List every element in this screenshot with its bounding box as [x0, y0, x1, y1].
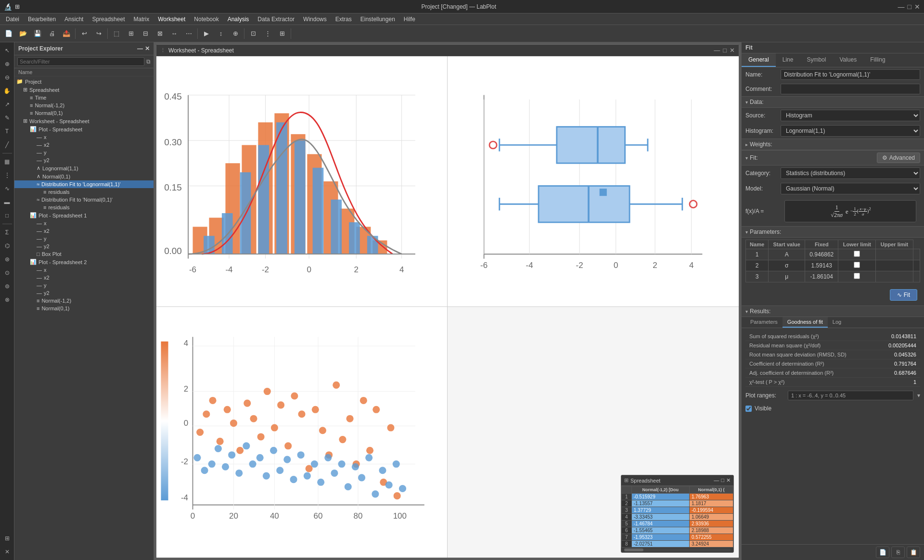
worksheet-close-icon[interactable]: ✕ — [730, 47, 735, 54]
print-btn[interactable]: 🖨 — [45, 27, 59, 40]
menu-worksheet[interactable]: Worksheet — [154, 15, 189, 24]
tree-item[interactable]: ≡residuals — [14, 188, 154, 196]
menu-ansicht[interactable]: Ansicht — [61, 15, 87, 24]
spreadsheet-cell-col1[interactable]: -1.95323 — [631, 534, 689, 541]
params-cell-upper[interactable] — [913, 271, 920, 282]
tool3-btn[interactable]: ⊟ — [139, 27, 152, 40]
cursor-btn[interactable]: ▶ — [200, 27, 213, 40]
view2-btn[interactable]: ⋮ — [261, 27, 274, 40]
paste-btn[interactable]: 📋 — [907, 547, 920, 558]
new-btn[interactable]: 📄 — [2, 27, 15, 40]
params-cell-lower[interactable] — [876, 260, 913, 271]
params-cell-name[interactable]: A — [769, 249, 805, 260]
icon-hand[interactable]: ✋ — [1, 85, 13, 97]
tab-general[interactable]: General — [742, 53, 776, 67]
tree-item[interactable]: —y — [14, 235, 154, 242]
menu-data-extractor[interactable]: Data Extractor — [254, 15, 298, 24]
icon-cursor[interactable]: ↗ — [1, 98, 13, 111]
open-btn[interactable]: 📂 — [16, 27, 30, 40]
icon-zoom-in[interactable]: ⊕ — [1, 58, 13, 70]
model-select[interactable]: Gaussian (Normal) — [781, 183, 920, 194]
source-select[interactable]: Histogram — [781, 110, 920, 121]
fit-button[interactable]: ∿ Fit — [890, 289, 917, 301]
params-fixed-checkbox[interactable] — [854, 251, 860, 257]
spreadsheet-cell-col1[interactable]: -2.02751 — [631, 541, 689, 547]
icon-fit[interactable]: ∿ — [1, 182, 13, 195]
menu-hilfe[interactable]: Hilfe — [400, 15, 419, 24]
tree-item[interactable]: ∧Normal(0,1) — [14, 172, 154, 180]
plot-ranges-dropdown-icon[interactable]: ▾ — [917, 392, 920, 399]
view3-btn[interactable]: ⊞ — [275, 27, 289, 40]
visible-checkbox[interactable] — [745, 406, 752, 412]
worksheet-controls[interactable]: — □ ✕ — [714, 47, 735, 54]
params-fixed-checkbox[interactable] — [854, 262, 860, 268]
icon-bottom1[interactable]: ⊞ — [1, 532, 13, 545]
spreadsheet-cell-col2[interactable]: 0.572255 — [689, 534, 733, 541]
maximize-btn[interactable]: □ — [908, 3, 911, 11]
params-cell-fixed[interactable] — [838, 271, 876, 282]
sub-tab-goodness-of-fit[interactable]: Goodness of fit — [783, 317, 828, 328]
params-cell-start[interactable]: -1.86104 — [805, 271, 838, 282]
params-cell-name[interactable]: μ — [769, 271, 805, 282]
tree-item[interactable]: □Box Plot — [14, 250, 154, 258]
params-cell-fixed[interactable] — [838, 260, 876, 271]
tree-item[interactable]: 📁Project — [14, 77, 154, 86]
category-select[interactable]: Statistics (distributions) — [781, 167, 920, 179]
tree-item[interactable]: —x — [14, 266, 154, 274]
menu-spreadsheet[interactable]: Spreadsheet — [88, 15, 128, 24]
icon-navigate[interactable]: ↖ — [1, 44, 13, 57]
tree-item[interactable]: ≡Time — [14, 94, 154, 102]
params-cell-fixed[interactable] — [838, 249, 876, 260]
spreadsheet-cell-col1[interactable]: -1.55465 — [631, 527, 689, 534]
icon-stats[interactable]: Σ — [1, 226, 13, 239]
spreadsheet-cell-col2[interactable]: 2.93936 — [689, 521, 733, 527]
pointer-btn[interactable]: ↕ — [214, 27, 228, 40]
spreadsheet-mini-min[interactable]: — — [714, 477, 719, 484]
tree-item[interactable]: —y2 — [14, 242, 154, 250]
params-cell-upper[interactable] — [913, 260, 920, 271]
spreadsheet-mini-close[interactable]: ✕ — [726, 477, 731, 484]
menu-einstellungen[interactable]: Einstellungen — [357, 15, 399, 24]
tree-item[interactable]: ≡Normal(-1,2) — [14, 102, 154, 109]
tree-item[interactable]: ∧Lognormal(1,1) — [14, 164, 154, 172]
sidebar-close-icon[interactable]: ✕ — [145, 45, 150, 52]
tab-filling[interactable]: Filling — [863, 53, 892, 67]
params-fixed-checkbox[interactable] — [854, 273, 860, 279]
sidebar-minimize-icon[interactable]: — — [137, 45, 143, 52]
params-cell-lower[interactable] — [876, 249, 913, 260]
sub-tab-parameters[interactable]: Parameters — [745, 317, 783, 328]
params-cell-upper[interactable] — [913, 249, 920, 260]
tree-item[interactable]: —x2 — [14, 274, 154, 281]
zoom-btn[interactable]: ⊞ — [124, 27, 138, 40]
histogram-select[interactable]: Lognormal(1,1) — [781, 125, 920, 137]
menu-matrix[interactable]: Matrix — [129, 15, 153, 24]
icon-analysis[interactable]: ⌬ — [1, 240, 13, 252]
params-cell-start[interactable]: 0.946862 — [805, 249, 838, 260]
icon-bottom2[interactable]: ✕ — [1, 546, 13, 558]
icon-scatter[interactable]: ⋮ — [1, 169, 13, 181]
tree-item[interactable]: —x — [14, 219, 154, 227]
tree-item[interactable]: —x2 — [14, 227, 154, 235]
tab-symbol[interactable]: Symbol — [800, 53, 833, 67]
search-input[interactable] — [17, 57, 144, 66]
tree-item[interactable]: 📊Plot - Spreadsheet 2 — [14, 258, 154, 266]
title-bar-controls[interactable]: — □ ✕ — [898, 3, 920, 11]
view1-btn[interactable]: ⊡ — [246, 27, 260, 40]
weights-section-header[interactable]: ▸ Weights: — [742, 139, 924, 150]
spreadsheet-cell-col2[interactable]: 2.18988 — [689, 527, 733, 534]
minimize-btn[interactable]: — — [898, 3, 905, 11]
spreadsheet-cell-col2[interactable]: -0.199594 — [689, 507, 733, 514]
data-section-header[interactable]: ▾ Data: — [742, 96, 924, 108]
tab-line[interactable]: Line — [776, 53, 800, 67]
menu-analysis[interactable]: Analysis — [224, 15, 253, 24]
col2-header[interactable]: Normal(0,1) ( — [689, 486, 733, 494]
icon-text[interactable]: T — [1, 125, 13, 138]
params-cell-lower[interactable] — [876, 271, 913, 282]
results-section-header[interactable]: ▾ Results: — [742, 305, 924, 317]
worksheet-move-icon[interactable]: ⋮ — [160, 47, 166, 53]
tree-item[interactable]: —y2 — [14, 289, 154, 297]
spreadsheet-cell-col2[interactable]: 1.06649 — [689, 514, 733, 521]
spreadsheet-cell-col1[interactable]: -0.515929 — [631, 494, 689, 500]
icon-hist[interactable]: ▬ — [1, 196, 13, 208]
tool4-btn[interactable]: ⊠ — [153, 27, 167, 40]
